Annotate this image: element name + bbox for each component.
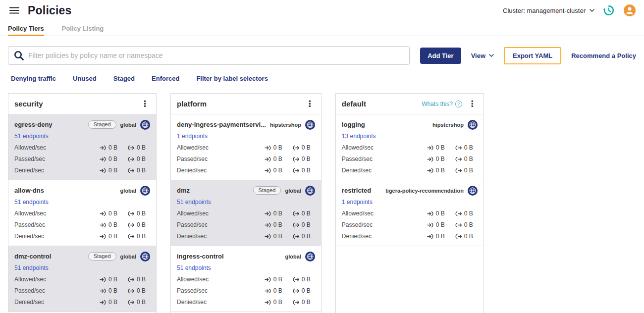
search-input[interactable] xyxy=(28,52,404,59)
endpoints-link[interactable]: 51 endpoints xyxy=(177,199,211,206)
policy-header: ingress-control global xyxy=(177,251,315,262)
ingress-value: 0 B xyxy=(265,275,287,283)
stat-row: Allowed/sec0 B0 B xyxy=(177,209,315,217)
tier-column-default: default Whats this? ? ⋮ logging hipsters… xyxy=(335,93,484,313)
stat-value: 0 B xyxy=(273,287,282,295)
policy-meta: global xyxy=(116,186,150,196)
stat-label: Passed/sec xyxy=(177,287,208,295)
stat-value: 0 B xyxy=(273,209,282,217)
stat-value: 0 B xyxy=(137,144,146,152)
export-yaml-button[interactable]: Export YAML xyxy=(504,47,561,64)
tier-name: platform xyxy=(177,100,207,108)
stat-label: Passed/sec xyxy=(14,221,45,229)
stat-value: 0 B xyxy=(273,166,282,174)
globe-icon xyxy=(140,186,150,196)
filter-label-selectors[interactable]: Filter by label selectors xyxy=(196,75,268,82)
egress-icon xyxy=(293,156,299,162)
stat-value: 0 B xyxy=(302,275,311,283)
stat-label: Denied/sec xyxy=(14,166,44,174)
stat-value: 0 B xyxy=(436,221,445,229)
tier-menu-button[interactable]: ⋮ xyxy=(140,100,150,108)
stat-value: 0 B xyxy=(464,155,473,163)
add-tier-button[interactable]: Add Tier xyxy=(420,48,461,64)
egress-value: 0 B xyxy=(293,155,315,163)
stat-row: Denied/sec0 B0 B xyxy=(14,166,150,174)
tab-policy-tiers[interactable]: Policy Tiers xyxy=(8,21,44,36)
tier-column-platform: platform ⋮ deny-ingress-paymentservi... … xyxy=(170,93,322,313)
ingress-icon xyxy=(427,211,433,216)
egress-icon xyxy=(455,156,462,162)
ingress-icon xyxy=(265,156,271,162)
stat-value: 0 B xyxy=(464,209,473,217)
ingress-value: 0 B xyxy=(265,221,287,229)
endpoints-link[interactable]: 51 endpoints xyxy=(14,264,49,271)
egress-icon xyxy=(128,234,134,239)
tier-menu-button[interactable]: ⋮ xyxy=(305,100,315,108)
history-button[interactable] xyxy=(602,4,615,17)
policy-card-dmz[interactable]: dmz Staged global 51 endpoints Allowed/s… xyxy=(171,180,321,246)
filter-staged[interactable]: Staged xyxy=(113,75,135,82)
stat-value: 0 B xyxy=(108,209,117,217)
ingress-icon xyxy=(427,222,433,228)
filter-unused[interactable]: Unused xyxy=(73,75,97,82)
view-dropdown[interactable]: View xyxy=(471,52,494,59)
egress-value: 0 B xyxy=(455,155,478,163)
ingress-icon xyxy=(100,277,106,282)
stat-label: Denied/sec xyxy=(177,232,207,240)
tier-menu-button[interactable]: ⋮ xyxy=(467,100,478,108)
endpoints-link[interactable]: 51 endpoints xyxy=(177,264,211,271)
tab-policy-listing[interactable]: Policy Listing xyxy=(62,21,104,36)
endpoints-link[interactable]: 13 endpoints xyxy=(342,133,376,140)
menu-button[interactable] xyxy=(8,4,21,17)
policy-card-ingress-control[interactable]: ingress-control global 51 endpoints Allo… xyxy=(171,246,321,312)
policy-card-egress-deny[interactable]: egress-deny Staged global 51 endpoints A… xyxy=(8,114,156,180)
cluster-selector[interactable]: Cluster: management-cluster xyxy=(503,7,594,14)
endpoints-link[interactable]: 51 endpoints xyxy=(14,199,49,206)
stat-label: Allowed/sec xyxy=(177,275,209,283)
staged-badge: Staged xyxy=(88,120,116,129)
toolbar-actions: Add Tier View Export YAML Recommend a Po… xyxy=(420,47,636,64)
ingress-value: 0 B xyxy=(100,287,122,295)
ingress-icon xyxy=(265,145,271,151)
whats-this-text: Whats this? xyxy=(422,101,453,107)
globe-icon xyxy=(305,252,315,261)
search-icon xyxy=(13,50,24,61)
stat-row: Denied/sec0 B0 B xyxy=(177,298,315,306)
stat-label: Denied/sec xyxy=(14,232,44,240)
policy-card-allow-dns[interactable]: allow-dns global 51 endpoints Allowed/se… xyxy=(8,180,156,246)
ingress-value: 0 B xyxy=(265,232,287,240)
stat-label: Denied/sec xyxy=(177,166,207,174)
policy-card-deny-ingress-paymentservice[interactable]: deny-ingress-paymentservi... hipstershop… xyxy=(171,114,321,180)
globe-icon xyxy=(468,186,478,196)
policy-card-dmz-control[interactable]: dmz-control Staged global 51 endpoints A… xyxy=(8,246,156,312)
stat-label: Denied/sec xyxy=(14,298,44,306)
ingress-value: 0 B xyxy=(100,298,122,306)
user-menu-button[interactable] xyxy=(623,4,636,17)
whats-this-link[interactable]: Whats this? ? xyxy=(422,101,462,107)
endpoints-link[interactable]: 51 endpoints xyxy=(14,133,49,140)
endpoints-link[interactable]: 1 endpoints xyxy=(342,199,373,206)
filter-denying-traffic[interactable]: Denying traffic xyxy=(11,75,56,82)
stat-row: Passed/sec0 B0 B xyxy=(342,221,478,229)
egress-icon xyxy=(455,222,462,228)
view-label: View xyxy=(471,52,485,59)
egress-icon xyxy=(293,300,299,305)
stat-value: 0 B xyxy=(137,221,146,229)
egress-icon xyxy=(455,234,462,239)
stat-label: Denied/sec xyxy=(342,232,372,240)
stat-row: Passed/sec0 B0 B xyxy=(177,287,315,295)
policy-card-logging[interactable]: logging hipstershop 13 endpoints Allowed… xyxy=(336,114,483,180)
policy-name: restricted xyxy=(342,187,371,194)
recommend-policy-link[interactable]: Recommend a Policy xyxy=(571,52,636,59)
policy-card-restricted[interactable]: restricted tigera-policy-recommendation … xyxy=(336,180,483,246)
stat-row: Denied/sec0 B0 B xyxy=(342,232,478,240)
stat-value: 0 B xyxy=(302,298,311,306)
egress-icon xyxy=(128,211,134,216)
endpoints-link[interactable]: 1 endpoints xyxy=(177,133,208,140)
egress-icon xyxy=(128,222,134,228)
filter-enforced[interactable]: Enforced xyxy=(152,75,179,82)
ingress-icon xyxy=(427,156,433,162)
tier-board: security ⋮ egress-deny Staged global 51 … xyxy=(8,93,636,313)
policy-header: dmz-control Staged global xyxy=(14,251,150,262)
stat-label: Allowed/sec xyxy=(14,144,46,152)
